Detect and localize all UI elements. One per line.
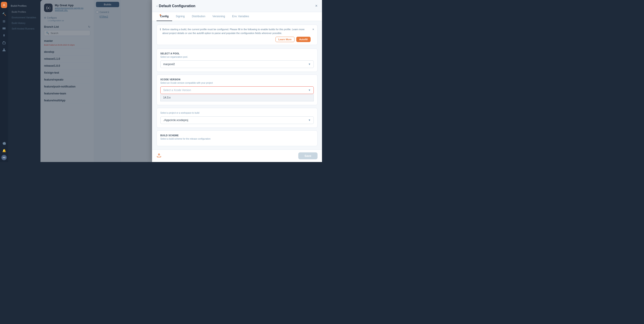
svg-rect-0 (2, 28, 6, 28)
svg-rect-3 (3, 42, 5, 44)
close-icon[interactable]: × (315, 4, 318, 8)
autofill-button[interactable]: Autofill (296, 37, 310, 42)
puzzle-icon[interactable] (1, 33, 7, 39)
pool-section: SELECT A POOL Select an organization poo… (156, 49, 318, 72)
info-banner-actions: Learn More Autofill (160, 37, 310, 42)
save-button[interactable]: Save (298, 152, 318, 159)
tab-env-variables[interactable]: Env. Variables (228, 12, 253, 21)
info-icon: ℹ (160, 28, 161, 35)
grid-icon[interactable]: ⊞ (1, 18, 7, 24)
banner-close-icon[interactable]: × (312, 28, 314, 31)
config-dot-indicator (160, 14, 161, 16)
xcode-dropdown-option[interactable]: 14.3.x (160, 94, 314, 101)
project-sublabel: Select a project or a workspace to build (160, 112, 314, 114)
tab-versioning[interactable]: Versioning (209, 12, 228, 21)
pool-select[interactable]: macpool2 ▼ (160, 60, 314, 68)
xcode-label: XCODE VERSION (160, 78, 314, 81)
scheme-section: BUILD SCHEME Select a build scheme for t… (156, 130, 318, 146)
tab-signing[interactable]: Signing (172, 12, 188, 21)
learn-more-button[interactable]: Learn More (276, 37, 294, 42)
drawer-tabs: Config Signing Distribution Versioning E… (152, 12, 322, 21)
xcode-chevron-icon: ▼ (308, 89, 311, 92)
project-select[interactable]: ./Appcircle.xcodeproj ▼ (160, 116, 314, 124)
project-section: Select a project or a workspace to build… (156, 108, 318, 128)
back-arrow-icon: ‹ (156, 4, 158, 8)
scheme-label: BUILD SCHEME (160, 134, 314, 137)
gear-icon[interactable] (1, 141, 7, 146)
pool-sublabel: Select an organization pool. (160, 56, 314, 58)
config-drawer: ‹ Default Configuration × Config Signing… (152, 0, 322, 162)
tab-config[interactable]: Config (156, 12, 172, 21)
chevron-down-icon: ▼ (308, 63, 311, 66)
app-logo: A (1, 2, 7, 8)
xcode-sublabel: Select an Xcode version compatible with … (160, 82, 314, 84)
bell-icon[interactable]: 🔔 (1, 148, 7, 154)
xcode-select[interactable]: Select a Xcode Version ▼ (160, 86, 314, 94)
user-avatar[interactable]: AS (1, 155, 7, 160)
info-banner: ℹ Before starting a build, the current p… (156, 25, 318, 45)
main-content: Build Profiles Build Profiles Environmen… (8, 0, 322, 162)
pool-label: SELECT A POOL (160, 52, 314, 55)
svg-rect-2 (2, 29, 6, 29)
hammer-icon[interactable]: 🔨 (1, 11, 7, 17)
layers-icon[interactable] (1, 26, 7, 31)
project-chevron-icon: ▼ (308, 119, 311, 122)
tab-distribution[interactable]: Distribution (188, 12, 209, 21)
scheme-sublabel: Select a build scheme for the release co… (160, 138, 314, 140)
info-banner-text: Before starting a build, the current pro… (162, 28, 310, 35)
svg-rect-1 (2, 28, 6, 29)
info-banner-body: ℹ Before starting a build, the current p… (160, 28, 310, 35)
users-icon[interactable] (1, 47, 7, 53)
xcode-section: XCODE VERSION Select an Xcode version co… (156, 75, 318, 105)
drawer-back-button[interactable]: ‹ Default Configuration (156, 4, 196, 8)
xcode-placeholder: Select a Xcode Version (163, 89, 191, 92)
export-icon[interactable] (156, 153, 162, 159)
drawer-footer: Save (152, 149, 322, 162)
briefcase-icon[interactable] (1, 40, 7, 46)
drawer-title: Default Configuration (159, 4, 196, 8)
drawer-content: ℹ Before starting a build, the current p… (152, 21, 322, 149)
sidebar: A 🔨 ⊞ 🔔 AS (0, 0, 8, 162)
drawer-header: ‹ Default Configuration × (152, 0, 322, 12)
